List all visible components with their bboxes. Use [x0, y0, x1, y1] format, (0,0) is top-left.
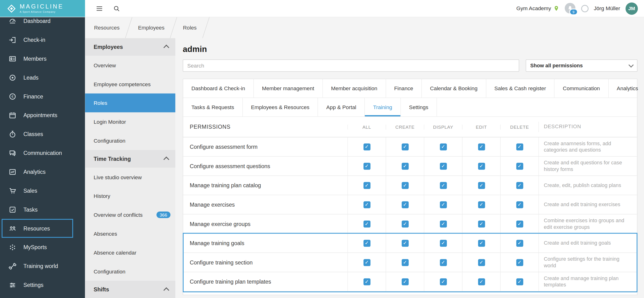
gym-selector[interactable]: Gym Academy — [516, 5, 559, 11]
permission-checkbox-all[interactable]: ✓ — [363, 259, 370, 266]
subnav-section-title: Shifts — [94, 287, 109, 293]
permission-checkbox-display[interactable]: ✓ — [440, 182, 447, 189]
permission-checkbox-display[interactable]: ✓ — [440, 162, 447, 169]
tab-tasks-requests[interactable]: Tasks & Requests — [183, 98, 243, 116]
sidebar-item-leads[interactable]: Leads — [2, 68, 73, 87]
permission-checkbox-all[interactable]: ✓ — [363, 182, 370, 189]
menu-icon[interactable] — [95, 4, 104, 12]
permission-checkbox-display[interactable]: ✓ — [440, 259, 447, 266]
tab-communication[interactable]: Communication — [554, 79, 608, 98]
permission-checkbox-delete[interactable]: ✓ — [516, 220, 523, 227]
permission-checkbox-delete[interactable]: ✓ — [516, 143, 523, 150]
permission-checkbox-edit[interactable]: ✓ — [478, 182, 485, 189]
permission-checkbox-delete[interactable]: ✓ — [516, 278, 523, 285]
breadcrumb-item-resources[interactable]: Resources — [85, 17, 128, 38]
permission-checkbox-display[interactable]: ✓ — [440, 220, 447, 227]
permission-checkbox-all[interactable]: ✓ — [363, 278, 370, 285]
brand-logo[interactable]: MAGICLINE A Sport Alliance Company — [0, 0, 85, 17]
tab-analytics[interactable]: Analytics — [608, 79, 644, 98]
permission-checkbox-edit[interactable]: ✓ — [478, 240, 485, 247]
permission-checkbox-edit[interactable]: ✓ — [478, 278, 485, 285]
avatar[interactable]: JM — [626, 2, 638, 15]
tab-settings[interactable]: Settings — [401, 98, 437, 116]
breadcrumb-item-roles[interactable]: Roles — [174, 17, 206, 38]
permission-checkbox-display[interactable]: ✓ — [440, 278, 447, 285]
permission-checkbox-display[interactable]: ✓ — [440, 143, 447, 150]
subnav-item-history[interactable]: History — [85, 186, 175, 205]
sidebar-item-appointments[interactable]: Appointments — [2, 106, 73, 125]
tab-member-management[interactable]: Member management — [254, 79, 323, 98]
permission-checkbox-delete[interactable]: ✓ — [516, 201, 523, 208]
sidebar-item-training-world[interactable]: Training world — [2, 257, 73, 276]
subnav-section-shifts[interactable]: Shifts — [85, 281, 175, 298]
permission-checkbox-display[interactable]: ✓ — [440, 240, 447, 247]
permission-checkbox-all[interactable]: ✓ — [363, 143, 370, 150]
sidebar-item-settings[interactable]: Settings — [2, 276, 73, 295]
permissions-filter-dropdown[interactable]: Show all permissions — [526, 59, 638, 72]
permission-checkbox-all[interactable]: ✓ — [363, 162, 370, 169]
permission-checkbox-display[interactable]: ✓ — [440, 201, 447, 208]
sidebar-item-dashboard[interactable]: Dashboard — [2, 17, 73, 30]
permission-checkbox-edit[interactable]: ✓ — [478, 201, 485, 208]
checkbox-cell: ✓ — [386, 272, 424, 291]
subnav-item-roles[interactable]: Roles — [85, 94, 175, 112]
subnav-item-configuration[interactable]: Configuration — [85, 131, 175, 150]
tab-sales-cash-register[interactable]: Sales & Cash register — [486, 79, 554, 98]
subnav-item-absence-calendar[interactable]: Absence calendar — [85, 243, 175, 262]
subnav-item-overview-of-conflicts[interactable]: Overview of conflicts366 — [85, 205, 175, 224]
permission-checkbox-create[interactable]: ✓ — [402, 201, 408, 208]
sidebar-item-members[interactable]: Members — [2, 49, 73, 68]
permission-checkbox-create[interactable]: ✓ — [402, 162, 408, 169]
subnav-item-absences[interactable]: Absences — [85, 224, 175, 243]
tab-member-acquisition[interactable]: Member acquisition — [323, 79, 386, 98]
permission-checkbox-edit[interactable]: ✓ — [478, 220, 485, 227]
breadcrumb-item-employees[interactable]: Employees — [129, 17, 174, 38]
permission-label: Manage exercise groups — [183, 214, 347, 233]
sidebar-item-classes[interactable]: Classes — [2, 125, 73, 144]
permission-checkbox-all[interactable]: ✓ — [363, 240, 370, 247]
permission-checkbox-create[interactable]: ✓ — [402, 143, 408, 150]
tab-finance[interactable]: Finance — [386, 79, 422, 98]
notifications-button[interactable]: 9 — [564, 3, 576, 14]
subnav-item-employee-competences[interactable]: Employee competences — [85, 75, 175, 94]
subnav-item-configuration[interactable]: Configuration — [85, 262, 175, 281]
subnav-item-login-monitor[interactable]: Login Monitor — [85, 112, 175, 131]
permission-checkbox-create[interactable]: ✓ — [402, 240, 408, 247]
permission-checkbox-all[interactable]: ✓ — [363, 220, 370, 227]
sidebar-item-sales[interactable]: Sales — [2, 181, 73, 200]
checkbox-cell: ✓ — [348, 272, 386, 291]
tab-training[interactable]: Training — [365, 98, 401, 116]
subnav-section-time-tracking[interactable]: Time Tracking — [85, 150, 175, 168]
permission-checkbox-edit[interactable]: ✓ — [478, 162, 485, 169]
sidebar-item-analytics[interactable]: Analytics — [2, 162, 73, 181]
diamond-logo-icon — [6, 3, 16, 13]
sidebar-item-resources[interactable]: Resources — [2, 219, 73, 238]
search-input[interactable] — [183, 59, 519, 72]
tab-calendar-booking[interactable]: Calendar & Booking — [422, 79, 486, 98]
subnav-section-employees[interactable]: Employees — [85, 38, 175, 56]
tab-employees-resources[interactable]: Employees & Resources — [243, 98, 318, 116]
permission-checkbox-edit[interactable]: ✓ — [478, 259, 485, 266]
sidebar-item-check-in[interactable]: Check-in — [2, 30, 73, 49]
sidebar-item-tasks[interactable]: Tasks — [2, 200, 73, 219]
permission-checkbox-create[interactable]: ✓ — [402, 220, 408, 227]
sidebar-item-label: Resources — [24, 225, 50, 231]
permission-checkbox-delete[interactable]: ✓ — [516, 162, 523, 169]
sidebar-item-finance[interactable]: €Finance — [2, 87, 73, 106]
permission-checkbox-delete[interactable]: ✓ — [516, 182, 523, 189]
subnav-item-live-studio-overview[interactable]: Live studio overview — [85, 168, 175, 186]
search-icon[interactable] — [112, 4, 121, 12]
tab-dashboard-check-in[interactable]: Dashboard & Check-in — [183, 79, 254, 98]
permission-checkbox-create[interactable]: ✓ — [402, 278, 408, 285]
permission-checkbox-all[interactable]: ✓ — [363, 201, 370, 208]
permission-checkbox-edit[interactable]: ✓ — [478, 143, 485, 150]
sidebar-item-mysports[interactable]: MySports — [2, 238, 73, 257]
permission-checkbox-create[interactable]: ✓ — [402, 182, 408, 189]
permission-checkbox-create[interactable]: ✓ — [402, 259, 408, 266]
permission-checkbox-delete[interactable]: ✓ — [516, 240, 523, 247]
permission-checkbox-delete[interactable]: ✓ — [516, 259, 523, 266]
help-icon[interactable] — [581, 5, 588, 12]
tab-app-portal[interactable]: App & Portal — [318, 98, 365, 116]
subnav-item-overview[interactable]: Overview — [85, 56, 175, 75]
sidebar-item-communication[interactable]: Communication — [2, 144, 73, 162]
